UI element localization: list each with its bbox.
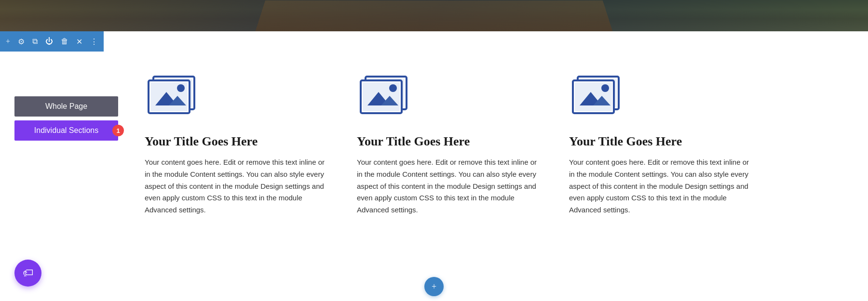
power-icon[interactable]: ⏻ <box>45 37 53 46</box>
duplicate-icon[interactable]: ⧉ <box>32 37 38 46</box>
image-placeholder-1 <box>145 71 203 121</box>
main-content: Your Title Goes Here Your content goes h… <box>0 52 868 216</box>
plus-icon: + <box>432 282 436 292</box>
top-banner <box>0 0 868 31</box>
content-column-3: Your Title Goes Here Your content goes h… <box>569 71 752 216</box>
column-1-text: Your content goes here. Edit or remove t… <box>145 157 328 216</box>
column-1-title: Your Title Goes Here <box>145 134 258 149</box>
image-placeholder-3 <box>569 71 627 121</box>
add-icon[interactable]: + <box>6 37 10 46</box>
close-icon[interactable]: ✕ <box>76 37 82 46</box>
bottom-center-fab[interactable]: + <box>424 277 444 296</box>
more-icon[interactable]: ⋮ <box>90 37 98 46</box>
settings-icon[interactable]: ⚙ <box>18 37 25 46</box>
toolbar: + ⚙ ⧉ ⏻ 🗑 ✕ ⋮ <box>0 31 104 52</box>
column-2-text: Your content goes here. Edit or remove t… <box>357 157 540 216</box>
content-column-1: Your Title Goes Here Your content goes h… <box>145 71 328 216</box>
delete-icon[interactable]: 🗑 <box>61 37 68 46</box>
column-3-title: Your Title Goes Here <box>569 134 682 149</box>
svg-point-13 <box>389 84 397 92</box>
content-column-2: Your Title Goes Here Your content goes h… <box>357 71 540 216</box>
column-2-title: Your Title Goes Here <box>357 134 470 149</box>
fab-button[interactable]: 🏷 <box>14 260 41 287</box>
tag-icon: 🏷 <box>23 267 33 279</box>
svg-point-20 <box>601 84 609 92</box>
column-3-text: Your content goes here. Edit or remove t… <box>569 157 752 216</box>
svg-point-6 <box>177 84 185 92</box>
image-placeholder-2 <box>357 71 415 121</box>
